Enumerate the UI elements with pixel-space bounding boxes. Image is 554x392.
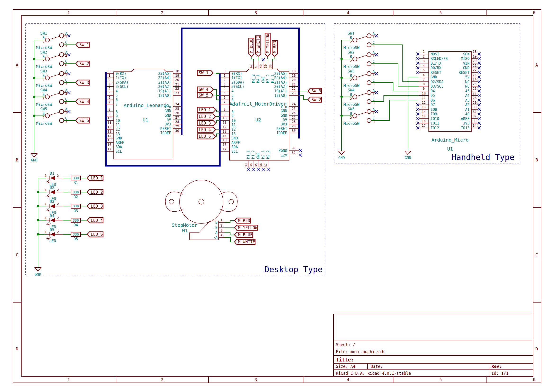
switch-pin-b[interactable] <box>45 38 50 42</box>
led-row[interactable]: D112LED <box>45 171 63 187</box>
switch-pin-c[interactable] <box>59 118 64 123</box>
led-ref[interactable]: D4 <box>50 214 54 218</box>
hier-label-sw_3[interactable]: SW_3 <box>76 80 89 85</box>
led-triangle[interactable] <box>50 232 55 237</box>
hier-label-led_2[interactable]: LED_2 <box>197 114 215 119</box>
switch-ref[interactable]: SW5 <box>348 107 355 111</box>
misc-layer[interactable]: GNDGNDGNDGND <box>31 34 481 276</box>
hier-label-led_5[interactable]: LED_5 <box>197 134 215 139</box>
motor-ear-right[interactable] <box>220 192 237 212</box>
switch-pin-b[interactable] <box>45 95 50 99</box>
switch-pin-b[interactable] <box>45 76 50 80</box>
switch-row[interactable]: SW3MicroSWB2A1C3 <box>36 69 68 88</box>
switch-pin-c[interactable] <box>59 62 64 66</box>
hier-label-text[interactable]: SW_4 <box>79 99 89 104</box>
hier-label-m_blue[interactable]: M_BLUE <box>249 38 254 56</box>
component-layer[interactable]: 00(RX)11(TX)22(SDA)33(SCL)44556677889910… <box>36 31 478 243</box>
switch-value[interactable]: MicroSW <box>36 121 52 126</box>
hier-label-text[interactable]: LED_4 <box>91 218 103 223</box>
hier-label-sw_4[interactable]: SW_4 <box>76 99 89 104</box>
step-motor[interactable]: 1B2-B3A4-AStepMotorM1 <box>165 180 237 240</box>
resistor-ref[interactable]: R2 <box>74 195 78 199</box>
hier-label-m_blue[interactable]: M_BLUE <box>234 232 253 238</box>
component-ref[interactable]: U1 <box>142 117 148 123</box>
switch-ref[interactable]: SW1 <box>348 31 355 35</box>
component-value[interactable]: StepMotor <box>172 222 197 228</box>
switch-ref[interactable]: SW3 <box>348 69 355 73</box>
switch-arm[interactable] <box>357 36 367 40</box>
switch-arm[interactable] <box>357 93 367 96</box>
wire[interactable] <box>224 221 234 223</box>
wire[interactable] <box>268 56 268 61</box>
switch-pin-a[interactable] <box>367 91 371 95</box>
hier-label-text[interactable]: M_RED <box>272 41 277 53</box>
switch-pin-c[interactable] <box>367 62 371 66</box>
component-ref[interactable]: M1 <box>182 228 188 233</box>
switch-pin-c[interactable] <box>59 43 64 47</box>
switch-value[interactable]: MicroSW <box>343 64 360 69</box>
hier-label-m_red[interactable]: M_RED <box>272 41 277 56</box>
hier-label-m_yellow[interactable]: M_YELLOW <box>234 225 258 230</box>
led-row[interactable]: D512LED <box>45 227 63 243</box>
switch-value[interactable]: MicroSW <box>36 83 52 88</box>
ic-adafruit-motordriver[interactable]: 00(RX)11(TX)22(SDA)33(SCL)44556677889910… <box>220 61 299 168</box>
wire[interactable] <box>213 73 220 73</box>
hier-label-text[interactable]: LED_4 <box>199 127 211 132</box>
led-triangle[interactable] <box>50 204 55 208</box>
wire[interactable] <box>273 56 275 61</box>
switch-pin-b[interactable] <box>45 114 50 118</box>
component-ref[interactable]: U2 <box>255 117 261 123</box>
led-row[interactable]: D412LED <box>45 214 63 229</box>
component-ref[interactable]: U1 <box>447 146 453 152</box>
hier-label-led_3[interactable]: LED_3 <box>197 120 215 126</box>
switch-ref[interactable]: SW3 <box>40 69 47 73</box>
component-value[interactable]: Arduino_Micro <box>432 137 469 143</box>
wire[interactable] <box>371 96 419 102</box>
switch-arm[interactable] <box>357 55 367 58</box>
resistor-ref[interactable]: R5 <box>74 237 78 241</box>
wire[interactable] <box>371 83 419 91</box>
ic-arduino-micro[interactable]: 1MOSI2RXLED/SS3D1/TX4D0/RX5RESET6GND7D2/… <box>419 50 478 152</box>
hier-label-sw_4[interactable]: SW_4 <box>197 87 213 92</box>
switch-arm[interactable] <box>50 112 60 115</box>
resistor-ref[interactable]: R1 <box>74 181 78 185</box>
hier-label-sw_1[interactable]: SW_1 <box>197 70 213 76</box>
switch-arm[interactable] <box>50 93 60 96</box>
switch-ref[interactable]: SW1 <box>40 31 47 35</box>
wire[interactable] <box>251 56 253 61</box>
resistor[interactable]: 330R4 <box>71 218 80 227</box>
hier-label-led_2[interactable]: LED_2 <box>87 190 103 195</box>
hier-label-m_white[interactable]: M_WHITE <box>256 36 261 56</box>
switch-pin-a[interactable] <box>367 34 371 38</box>
hier-label-text[interactable]: LED_1 <box>199 107 211 112</box>
hier-label-text[interactable]: LED_3 <box>199 121 211 126</box>
wire[interactable] <box>408 77 419 151</box>
hier-label-led_4[interactable]: LED_4 <box>87 218 103 223</box>
switch-ref[interactable]: SW4 <box>348 88 355 92</box>
led-ref[interactable]: D5 <box>50 227 54 232</box>
led-ref[interactable]: D2 <box>50 185 54 190</box>
switch-pin-b[interactable] <box>353 114 357 118</box>
hier-label-led_3[interactable]: LED_3 <box>87 203 103 209</box>
switch-pin-a[interactable] <box>59 53 64 57</box>
hier-label-text[interactable]: LED_3 <box>91 204 103 209</box>
wire[interactable] <box>224 238 234 242</box>
hier-label-text[interactable]: SW_3 <box>79 80 89 85</box>
wire[interactable] <box>224 233 234 235</box>
led-row[interactable]: D212LED <box>45 185 63 201</box>
switch-row[interactable]: SW4MicroSWB2A1C3 <box>343 88 375 107</box>
switch-pin-a[interactable] <box>367 53 371 57</box>
led-triangle[interactable] <box>50 176 55 180</box>
switch-arm[interactable] <box>357 74 367 77</box>
resistor[interactable]: 330R5 <box>71 232 80 241</box>
hier-label-text[interactable]: SW_3 <box>312 89 321 93</box>
switch-value[interactable]: MicroSW <box>343 83 360 88</box>
component-value[interactable]: Arduino_Leonardo <box>124 103 169 108</box>
switch-row[interactable]: SW2MicroSWB2A1C3 <box>343 50 375 69</box>
hier-label-m_yellow[interactable]: M_YELLOW <box>265 33 270 56</box>
resistor-ref[interactable]: R3 <box>74 209 78 213</box>
hier-label-text[interactable]: SW_2 <box>79 61 89 66</box>
switch-arm[interactable] <box>357 112 367 115</box>
hier-label-led_1[interactable]: LED_1 <box>197 107 215 112</box>
hier-label-text[interactable]: SW_5 <box>79 118 89 123</box>
